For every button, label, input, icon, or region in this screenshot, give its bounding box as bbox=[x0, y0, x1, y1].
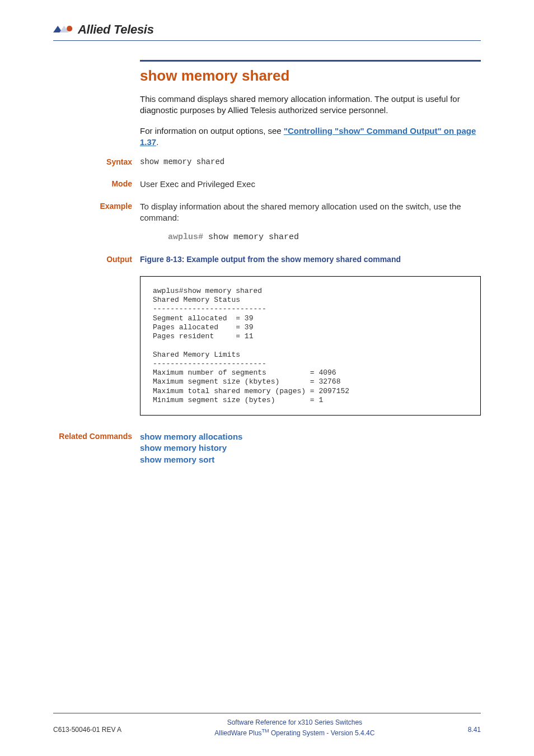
brand-logo-icon bbox=[53, 25, 74, 35]
example-prompt: awplus# bbox=[168, 232, 203, 242]
syntax-value: show memory shared bbox=[140, 157, 481, 167]
footer-tm: TM bbox=[262, 728, 269, 734]
output-pre: awplus#show memory shared Shared Memory … bbox=[153, 287, 468, 405]
related-link-allocations[interactable]: show memory allocations bbox=[140, 431, 481, 442]
related-link-sort[interactable]: show memory sort bbox=[140, 454, 481, 465]
footer-line2-b: Operating System - Version 5.4.4C bbox=[269, 729, 375, 737]
footer-docid: C613-50046-01 REV A bbox=[53, 718, 121, 734]
mode-label: Mode bbox=[53, 179, 140, 190]
related-link-history[interactable]: show memory history bbox=[140, 442, 481, 454]
section-rule bbox=[140, 60, 481, 62]
link-prefix: For information on output options, see bbox=[140, 126, 284, 136]
footer-page-number: 8.41 bbox=[468, 718, 481, 734]
link-paragraph: For information on output options, see "… bbox=[140, 125, 481, 148]
link-suffix: . bbox=[156, 137, 158, 147]
related-commands-label: Related Commands bbox=[53, 431, 140, 465]
example-command: show memory shared bbox=[203, 232, 299, 242]
svg-point-3 bbox=[67, 26, 72, 31]
output-box: awplus#show memory shared Shared Memory … bbox=[140, 276, 481, 416]
footer-line1: Software Reference for x310 Series Switc… bbox=[214, 718, 374, 727]
footer-rule bbox=[53, 713, 481, 713]
output-caption: Figure 8-13: Example output from the sho… bbox=[140, 254, 481, 265]
header-rule bbox=[53, 40, 481, 41]
example-label: Example bbox=[53, 201, 140, 243]
example-text: To display information about the shared … bbox=[140, 201, 481, 224]
footer-line2: AlliedWare PlusTM Operating System - Ver… bbox=[214, 727, 374, 738]
footer-line2-a: AlliedWare Plus bbox=[214, 729, 261, 737]
page-title: show memory shared bbox=[140, 67, 481, 85]
example-command-line: awplus# show memory shared bbox=[168, 232, 481, 243]
output-label: Output bbox=[53, 254, 140, 270]
brand-header: Allied Telesis bbox=[53, 22, 481, 41]
page-footer: C613-50046-01 REV A Software Reference f… bbox=[53, 713, 481, 738]
footer-center: Software Reference for x310 Series Switc… bbox=[214, 718, 374, 738]
mode-value: User Exec and Privileged Exec bbox=[140, 179, 481, 190]
syntax-label: Syntax bbox=[53, 157, 140, 167]
intro-paragraph: This command displays shared memory allo… bbox=[140, 94, 481, 116]
brand-name: Allied Telesis bbox=[78, 22, 154, 37]
